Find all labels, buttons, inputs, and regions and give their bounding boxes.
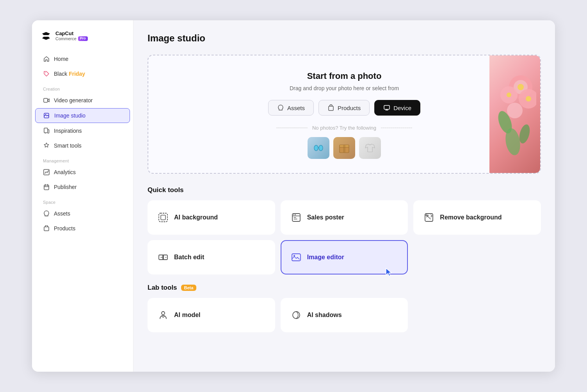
tool-sales-poster[interactable]: Sales poster (281, 200, 408, 235)
sidebar-assets-label: Assets (54, 210, 70, 217)
app-window: CapCut Commerce Pro Home (32, 20, 555, 372)
svg-point-38 (162, 312, 165, 315)
sidebar-item-black-friday[interactable]: Black Friday (35, 67, 130, 81)
sidebar-item-inspirations[interactable]: Inspirations (35, 124, 130, 138)
logo-text: CapCut Commerce Pro (55, 31, 88, 41)
smart-tools-icon (43, 142, 50, 149)
divider-right (381, 128, 412, 128)
video-icon (43, 97, 50, 104)
sidebar-item-video-generator[interactable]: Video generator (35, 93, 130, 107)
svg-point-12 (319, 145, 323, 151)
pro-badge: Pro (78, 36, 88, 41)
upload-area-inner: Start from a photo Drag and drop your ph… (161, 71, 528, 159)
sales-poster-icon (291, 212, 302, 223)
sample-photo-shirt[interactable] (359, 137, 381, 159)
upload-decoration (489, 55, 540, 173)
sidebar-black-friday-label: Black Friday (54, 71, 85, 77)
sidebar-products-label: Products (54, 225, 75, 232)
svg-point-25 (507, 93, 511, 97)
svg-rect-27 (159, 213, 167, 222)
sidebar-item-analytics[interactable]: Analytics (35, 165, 130, 179)
sample-photo-earbuds[interactable] (308, 137, 329, 159)
batch-edit-icon (158, 252, 169, 263)
tool-ai-background[interactable]: AI background (148, 200, 275, 235)
sample-photos (308, 137, 381, 159)
upload-title: Start from a photo (307, 71, 382, 81)
ai-background-label: AI background (174, 214, 218, 221)
device-button[interactable]: Device (374, 100, 420, 116)
upload-area[interactable]: Start from a photo Drag and drop your ph… (148, 55, 541, 174)
tool-batch-edit[interactable]: Batch edit (148, 240, 275, 274)
products-button[interactable]: Products (318, 100, 370, 116)
ai-model-label: AI model (174, 312, 201, 319)
no-photos-row: No photos? Try the following (161, 125, 528, 131)
assets-button[interactable]: Assets (268, 100, 314, 116)
ai-shadows-icon (291, 310, 302, 321)
upload-buttons: Assets Products (268, 100, 420, 116)
svg-rect-10 (384, 105, 390, 109)
page-title: Image studio (148, 33, 541, 44)
remove-background-label: Remove background (440, 214, 502, 221)
sidebar-smart-tools-label: Smart tools (54, 143, 82, 149)
lab-tools-grid: AI model AI shadows (148, 298, 541, 332)
svg-rect-15 (343, 145, 345, 153)
ai-model-icon (158, 310, 169, 321)
products-icon (43, 225, 50, 232)
sidebar-item-publisher[interactable]: Publisher (35, 180, 130, 194)
logo-capcut-label: CapCut (55, 31, 88, 36)
tool-remove-background[interactable]: Remove background (413, 200, 541, 235)
sidebar-item-image-studio[interactable]: Image studio (35, 108, 130, 123)
ai-shadows-label: AI shadows (307, 312, 342, 319)
svg-point-24 (518, 84, 524, 90)
sidebar-item-home[interactable]: Home (35, 52, 130, 66)
home-icon (43, 55, 50, 62)
inspirations-icon (43, 127, 50, 134)
device-btn-label: Device (393, 105, 411, 111)
svg-rect-28 (161, 215, 165, 220)
assets-btn-icon (277, 104, 284, 111)
assets-icon (43, 210, 50, 217)
image-editor-label: Image editor (307, 254, 344, 261)
sidebar: CapCut Commerce Pro Home (32, 20, 133, 372)
tool-ai-model[interactable]: AI model (148, 298, 275, 332)
ai-background-icon (158, 212, 169, 223)
capcut-logo-icon (40, 30, 52, 42)
tag-icon (43, 70, 50, 77)
cursor-indicator (384, 267, 395, 278)
svg-rect-2 (44, 98, 48, 102)
sample-photo-box[interactable] (333, 137, 355, 159)
section-management: Management (32, 153, 133, 165)
remove-background-icon (423, 212, 434, 223)
assets-btn-label: Assets (287, 105, 305, 111)
sidebar-home-label: Home (54, 56, 68, 62)
sidebar-publisher-label: Publisher (54, 184, 76, 190)
quick-tools-grid-row2: Batch edit Image editor (148, 240, 541, 274)
svg-point-26 (526, 96, 531, 102)
svg-point-39 (293, 312, 300, 319)
sidebar-item-smart-tools[interactable]: Smart tools (35, 139, 130, 153)
sidebar-item-assets[interactable]: Assets (35, 207, 130, 221)
divider-left (276, 128, 308, 128)
svg-rect-9 (329, 106, 333, 110)
lab-tools-row: Lab tools Beta (148, 284, 541, 292)
analytics-icon (43, 169, 50, 176)
sidebar-item-products[interactable]: Products (35, 221, 130, 235)
beta-badge: Beta (181, 285, 197, 291)
tool-image-editor[interactable]: Image editor (281, 240, 408, 274)
lab-tools-title: Lab tools (148, 284, 177, 292)
products-btn-label: Products (338, 105, 361, 111)
products-btn-icon (327, 104, 334, 111)
sidebar-analytics-label: Analytics (54, 169, 76, 175)
svg-point-30 (293, 214, 294, 215)
tool-ai-shadows[interactable]: AI shadows (281, 298, 408, 332)
main-content: Image studio Start from a photo Drag and… (133, 20, 555, 372)
quick-tools-title: Quick tools (148, 186, 541, 194)
image-editor-icon (291, 252, 302, 263)
svg-rect-0 (40, 30, 52, 42)
sidebar-inspirations-label: Inspirations (54, 128, 82, 134)
svg-point-11 (314, 145, 318, 151)
logo-commerce-label: Commerce Pro (55, 36, 88, 41)
no-photos-label: No photos? Try the following (312, 125, 376, 131)
section-space: Space (32, 194, 133, 206)
svg-point-31 (295, 214, 295, 215)
